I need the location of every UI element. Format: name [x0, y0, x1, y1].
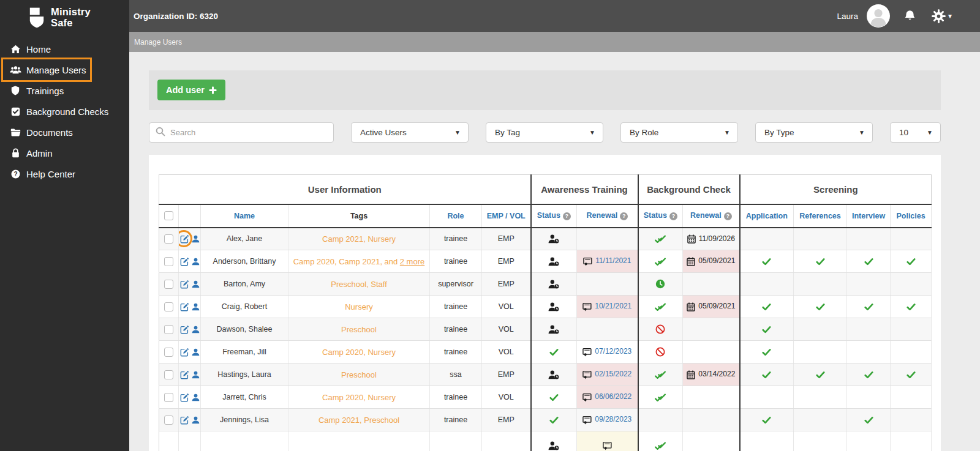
sidebar-item-manage-users[interactable]: Manage Users: [1, 58, 92, 82]
filter-by-tag-dropdown[interactable]: By Tag▼: [486, 122, 603, 143]
check-icon: [762, 371, 771, 379]
row-actions-cell: [179, 228, 201, 250]
bgc-renewal-cell: [683, 318, 740, 341]
user-profile-icon[interactable]: [192, 326, 200, 334]
row-select-cell: [159, 296, 179, 318]
tags-cell: Preschool: [288, 363, 430, 386]
row-checkbox[interactable]: [164, 416, 173, 425]
column-header-role[interactable]: Role: [430, 204, 482, 228]
column-header-policies[interactable]: Policies: [891, 204, 932, 228]
training-renewal-date[interactable]: 06/06/2022: [595, 392, 631, 401]
user-profile-icon[interactable]: [192, 371, 200, 379]
edit-icon[interactable]: [180, 393, 189, 402]
filter-active-users-dropdown[interactable]: Active Users▼: [351, 122, 469, 143]
question-circle-icon: ?: [9, 170, 22, 179]
sidebar-item-trainings[interactable]: Trainings: [0, 80, 129, 101]
row-checkbox[interactable]: [164, 348, 173, 357]
training-renewal-date[interactable]: 10/21/2021: [595, 302, 631, 310]
ban-icon: [655, 347, 665, 357]
emp-vol-cell: EMP: [482, 273, 531, 296]
sidebar-item-background-checks[interactable]: Background Checks: [0, 101, 129, 122]
training-status-cell: [531, 363, 577, 386]
training-renewal-date[interactable]: 09/28/2023: [595, 415, 631, 423]
tags-more-link[interactable]: 2 more: [400, 257, 424, 266]
column-header-references[interactable]: References: [794, 204, 847, 228]
search-input[interactable]: [170, 128, 317, 137]
emp-vol-cell: [482, 431, 531, 451]
row-checkbox[interactable]: [164, 234, 173, 244]
row-actions-cell: [179, 318, 201, 341]
bgc-status-cell: [638, 363, 683, 386]
table-row: Barton, AmyPreschool, StaffsupervisorEMP: [159, 273, 932, 296]
add-user-button[interactable]: Add user: [157, 80, 225, 100]
row-checkbox[interactable]: [164, 370, 173, 379]
training-renewal-date[interactable]: 02/15/2022: [595, 370, 631, 378]
check-icon: [907, 303, 916, 311]
user-profile-icon[interactable]: [192, 280, 200, 288]
column-header-application[interactable]: Application: [740, 204, 794, 228]
row-checkbox[interactable]: [164, 393, 173, 402]
role-cell: trainee: [430, 296, 482, 318]
avatar[interactable]: [866, 4, 891, 28]
screening-references-cell: [794, 228, 847, 250]
training-renewal-cell: [577, 318, 638, 341]
sidebar-item-documents[interactable]: Documents: [0, 122, 129, 143]
training-renewal-cell: [577, 273, 638, 296]
select-all-checkbox[interactable]: [164, 211, 173, 220]
column-header-training-status[interactable]: Status?: [531, 204, 577, 228]
name-cell: Anderson, Brittany: [201, 250, 288, 273]
sidebar-item-home[interactable]: Home: [0, 39, 129, 59]
check-icon: [762, 326, 771, 334]
user-profile-icon[interactable]: [192, 416, 200, 424]
screening-references-cell: [794, 386, 847, 409]
user-profile-icon[interactable]: [192, 393, 200, 401]
row-checkbox[interactable]: [164, 280, 173, 289]
settings-gear-icon[interactable]: ▾: [932, 9, 952, 23]
edit-icon[interactable]: [180, 280, 189, 289]
column-header-emp-vol[interactable]: EMP / VOL: [482, 204, 531, 228]
training-renewal-date[interactable]: 11/11/2021: [595, 256, 631, 265]
help-icon[interactable]: ?: [563, 212, 571, 220]
user-profile-icon[interactable]: [192, 235, 200, 243]
edit-icon[interactable]: [180, 302, 189, 311]
notifications-bell-icon[interactable]: [904, 10, 916, 22]
lock-icon: [9, 148, 22, 158]
page-size-dropdown[interactable]: 10▼: [890, 122, 941, 143]
ministry-safe-logo: Ministry Safe: [0, 0, 129, 35]
row-checkbox[interactable]: [164, 257, 173, 266]
certificate-icon: [603, 441, 612, 450]
filter-by-type-dropdown[interactable]: By Type▼: [755, 122, 873, 143]
help-icon[interactable]: ?: [669, 212, 677, 220]
filter-by-role-dropdown[interactable]: By Role▼: [620, 122, 738, 143]
emp-vol-cell: VOL: [482, 296, 531, 318]
column-header-interview[interactable]: Interview: [847, 204, 891, 228]
help-icon[interactable]: ?: [724, 212, 732, 220]
column-header-bgc-status[interactable]: Status?: [638, 204, 683, 228]
role-cell: [430, 431, 482, 451]
row-checkbox[interactable]: [164, 302, 173, 311]
edit-icon[interactable]: [180, 416, 189, 425]
sidebar-item-help-center[interactable]: ? Help Center: [0, 163, 129, 184]
row-actions-cell: [179, 341, 201, 363]
edit-icon[interactable]: [180, 325, 189, 334]
user-profile-icon[interactable]: [192, 258, 200, 266]
column-header-name[interactable]: Name: [201, 204, 288, 228]
edit-icon[interactable]: [180, 234, 189, 244]
column-header-bgc-renewal[interactable]: Renewal?: [683, 204, 740, 228]
sidebar-item-admin[interactable]: Admin: [0, 143, 129, 163]
main-content: Add user Active Users▼ By Tag▼ By Role▼ …: [129, 52, 980, 451]
users-table: User Information Awareness Training Back…: [159, 174, 932, 451]
check-icon: [864, 258, 873, 266]
user-profile-icon[interactable]: [192, 348, 200, 356]
edit-icon[interactable]: [180, 257, 189, 266]
edit-icon[interactable]: [180, 348, 189, 357]
role-cell: trainee: [430, 318, 482, 341]
group-header-background-check: Background Check: [638, 175, 740, 204]
training-renewal-date[interactable]: 07/12/2023: [595, 347, 631, 356]
user-profile-icon[interactable]: [192, 303, 200, 311]
column-header-training-renewal[interactable]: Renewal?: [577, 204, 638, 228]
brand-line1: Ministry: [51, 7, 91, 18]
help-icon[interactable]: ?: [620, 212, 628, 220]
edit-icon[interactable]: [180, 370, 189, 379]
row-checkbox[interactable]: [164, 325, 173, 334]
